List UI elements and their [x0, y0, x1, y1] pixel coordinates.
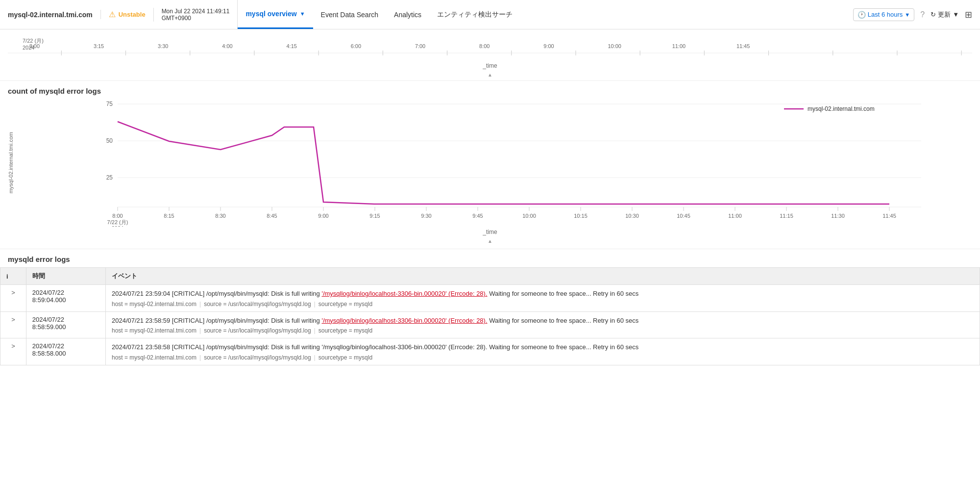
svg-text:10:00: 10:00 — [522, 213, 536, 219]
chart-section-title: count of mysqld error logs — [0, 81, 980, 99]
svg-text:9:00: 9:00 — [318, 213, 328, 219]
nav-mysql-overview[interactable]: mysql overview ▼ — [238, 0, 313, 29]
time-range-label: Last 6 hours — [868, 11, 903, 18]
svg-text:11:00: 11:00 — [728, 213, 742, 219]
refresh-button[interactable]: ↻ 更新 ▼ — [931, 10, 959, 19]
svg-text:8:15: 8:15 — [164, 213, 174, 219]
header-controls: 🕐 Last 6 hours ▼ ? ↻ 更新 ▼ ⊞ — [845, 8, 972, 21]
host-info: mysql-02.internal.tmi.com — [8, 11, 100, 19]
row-meta: host = mysql-02.internal.tmi.com|source … — [112, 301, 974, 308]
svg-text:6:00: 6:00 — [351, 44, 361, 49]
svg-text:75: 75 — [106, 101, 113, 107]
nav-analytics[interactable]: Analytics — [386, 0, 429, 29]
svg-text:10:15: 10:15 — [574, 213, 588, 219]
svg-text:7:00: 7:00 — [415, 44, 425, 49]
collapse-handle[interactable]: ▲ — [8, 71, 972, 78]
row-time: 2024/07/22 8:58:59.000 — [26, 311, 105, 338]
top-date-label: 7/22 (月)2024 — [23, 37, 44, 51]
chart-wrap: mysql-02.internal.tmi.com 75 50 25 — [8, 99, 972, 227]
chart-xlabel: _time — [8, 227, 972, 237]
top-chart-xlabel: _time — [8, 60, 972, 71]
table-row: >2024/07/22 8:59:04.0002024/07/21 23:59:… — [0, 285, 980, 312]
chevron-down-icon: ▼ — [300, 11, 305, 17]
app-header: mysql-02.internal.tmi.com ⚠ Unstable Mon… — [0, 0, 980, 29]
settings-icon[interactable]: ⊞ — [965, 9, 972, 20]
col-time: 時間 — [26, 268, 105, 285]
status-section: ⚠ Unstable — [100, 10, 153, 19]
status-badge: Unstable — [119, 11, 146, 18]
warning-icon: ⚠ — [109, 10, 116, 19]
col-event: イベント — [105, 268, 980, 285]
table-row: >2024/07/22 8:58:59.0002024/07/21 23:58:… — [0, 311, 980, 338]
datetime-line1: Mon Jul 22 2024 11:49:11 — [162, 8, 230, 15]
svg-text:10:30: 10:30 — [625, 213, 639, 219]
svg-text:25: 25 — [106, 174, 113, 181]
top-time-chart: 3:00 3:15 3:30 4:00 4:15 6:00 7:00 8:00 … — [8, 33, 972, 55]
chart-area: 75 50 25 8:0 — [57, 99, 972, 227]
refresh-label: 更新 — [938, 10, 951, 19]
svg-text:10:45: 10:45 — [677, 213, 690, 219]
svg-text:9:45: 9:45 — [472, 213, 483, 219]
col-i: i — [0, 268, 26, 285]
svg-text:3:30: 3:30 — [158, 44, 168, 49]
nav-entity-search[interactable]: エンティティ検出サーチ — [429, 0, 520, 29]
datetime-line2: GMT+0900 — [162, 15, 230, 22]
svg-text:8:00: 8:00 — [479, 44, 490, 49]
row-expand-icon[interactable]: > — [0, 311, 26, 338]
row-event: 2024/07/21 23:59:04 [CRITICAL] /opt/mysq… — [105, 285, 980, 312]
nav-event-data-search[interactable]: Event Data Search — [313, 0, 387, 29]
table-section: mysqld error logs i 時間 イベント >2024/07/22 … — [0, 249, 980, 365]
refresh-caret: ▼ — [953, 11, 959, 18]
main-nav: mysql overview ▼ Event Data Search Analy… — [237, 0, 845, 29]
svg-text:8:30: 8:30 — [215, 213, 225, 219]
svg-text:50: 50 — [106, 137, 113, 144]
svg-text:10:00: 10:00 — [608, 44, 622, 49]
help-icon[interactable]: ? — [920, 10, 925, 19]
svg-text:mysql-02.internal.tmi.com: mysql-02.internal.tmi.com — [808, 105, 875, 112]
error-log-table: i 時間 イベント >2024/07/22 8:59:04.0002024/07… — [0, 267, 980, 365]
row-meta: host = mysql-02.internal.tmi.com|source … — [112, 327, 974, 334]
svg-text:7/22 (月): 7/22 (月) — [107, 219, 128, 225]
caret-down-icon: ▼ — [905, 12, 910, 18]
chart-container: mysql-02.internal.tmi.com 75 50 25 — [0, 99, 980, 245]
top-scroll-area: 3:00 3:15 3:30 4:00 4:15 6:00 7:00 8:00 … — [0, 29, 980, 81]
event-link[interactable]: '/mysqllog/binlog/localhost-3306-bin.000… — [321, 290, 487, 297]
table-title: mysqld error logs — [0, 249, 980, 267]
event-link[interactable]: '/mysqllog/binlog/localhost-3306-bin.000… — [321, 317, 487, 324]
error-log-chart-svg: 75 50 25 8:0 — [57, 99, 972, 227]
svg-text:9:15: 9:15 — [369, 213, 380, 219]
svg-text:11:30: 11:30 — [831, 213, 845, 219]
row-expand-icon[interactable]: > — [0, 338, 26, 365]
datetime-display: Mon Jul 22 2024 11:49:11 GMT+0900 — [153, 8, 238, 22]
svg-text:8:00: 8:00 — [112, 213, 122, 219]
svg-text:11:45: 11:45 — [736, 44, 750, 49]
svg-text:9:00: 9:00 — [543, 44, 554, 49]
svg-text:11:45: 11:45 — [882, 213, 896, 219]
row-time: 2024/07/22 8:59:04.000 — [26, 285, 105, 312]
svg-text:8:45: 8:45 — [267, 213, 277, 219]
table-header-row: i 時間 イベント — [0, 268, 980, 285]
row-event: 2024/07/21 23:58:58 [CRITICAL] /opt/mysq… — [105, 338, 980, 365]
svg-text:3:15: 3:15 — [94, 44, 104, 49]
svg-text:11:00: 11:00 — [672, 44, 686, 49]
refresh-icon: ↻ — [931, 11, 936, 18]
row-expand-icon[interactable]: > — [0, 285, 26, 312]
row-time: 2024/07/22 8:58:58.000 — [26, 338, 105, 365]
clock-icon: 🕐 — [858, 11, 866, 19]
host-name: mysql-02.internal.tmi.com — [8, 11, 93, 19]
svg-text:4:15: 4:15 — [287, 44, 297, 49]
row-event: 2024/07/21 23:58:59 [CRITICAL] /opt/mysq… — [105, 311, 980, 338]
svg-text:9:30: 9:30 — [421, 213, 431, 219]
chart-y-axis-label: mysql-02.internal.tmi.com — [8, 132, 57, 193]
time-range-picker[interactable]: 🕐 Last 6 hours ▼ — [853, 8, 914, 21]
svg-text:2024: 2024 — [112, 225, 123, 227]
svg-text:11:15: 11:15 — [780, 213, 793, 219]
chart-collapse-handle[interactable]: ▲ — [8, 237, 972, 245]
row-meta: host = mysql-02.internal.tmi.com|source … — [112, 354, 974, 361]
svg-text:4:00: 4:00 — [222, 44, 232, 49]
table-row: >2024/07/22 8:58:58.0002024/07/21 23:58:… — [0, 338, 980, 365]
